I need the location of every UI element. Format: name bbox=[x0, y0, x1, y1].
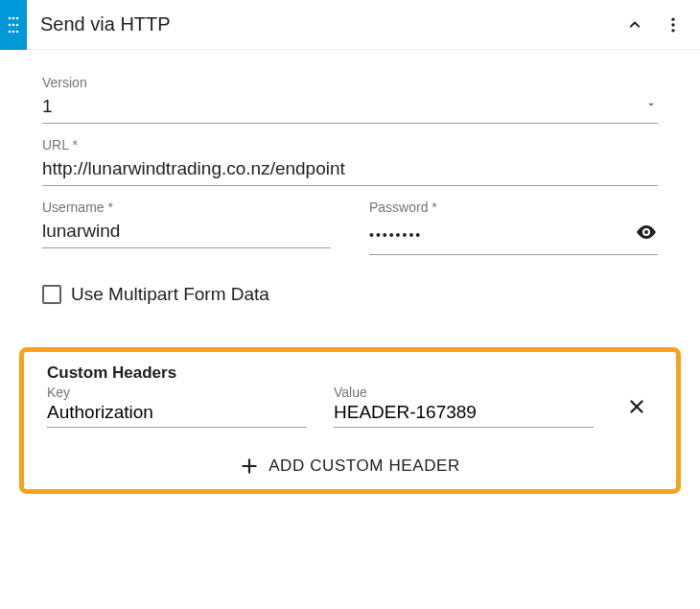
url-label: URL * bbox=[42, 137, 658, 152]
multipart-label: Use Multipart Form Data bbox=[71, 284, 269, 305]
svg-point-0 bbox=[9, 16, 12, 19]
password-label: Password * bbox=[369, 199, 658, 215]
svg-point-6 bbox=[9, 30, 12, 33]
password-field: Password * •••••••• bbox=[369, 199, 658, 255]
remove-header-button[interactable] bbox=[620, 390, 653, 428]
version-select[interactable]: 1 bbox=[42, 94, 658, 124]
url-field: URL * http://lunarwindtrading.co.nz/endp… bbox=[42, 137, 658, 186]
show-password-button[interactable] bbox=[629, 221, 658, 248]
header-value-field: Value bbox=[334, 385, 594, 428]
chevron-up-icon bbox=[625, 15, 644, 35]
version-field: Version 1 bbox=[42, 75, 658, 124]
username-input[interactable]: lunarwind bbox=[42, 221, 331, 242]
eye-icon bbox=[635, 221, 658, 244]
header-row: Key Value bbox=[47, 385, 653, 428]
svg-point-7 bbox=[12, 30, 15, 33]
header-key-input[interactable] bbox=[47, 400, 307, 428]
version-label: Version bbox=[42, 75, 658, 90]
header-key-label: Key bbox=[47, 385, 307, 400]
svg-point-9 bbox=[671, 17, 674, 20]
svg-point-1 bbox=[12, 16, 15, 19]
svg-point-11 bbox=[671, 29, 674, 32]
header-value-label: Value bbox=[334, 385, 594, 400]
dropdown-icon bbox=[644, 97, 658, 116]
header-value-input[interactable] bbox=[334, 400, 594, 428]
multipart-row: Use Multipart Form Data bbox=[42, 284, 658, 305]
add-header-button[interactable]: ADD CUSTOM HEADER bbox=[47, 457, 653, 476]
header-key-field: Key bbox=[47, 385, 307, 428]
custom-headers-title: Custom Headers bbox=[47, 363, 653, 383]
drag-handle[interactable] bbox=[0, 0, 27, 50]
custom-headers-section: Custom Headers Key Value ADD CUSTOM HEAD… bbox=[19, 347, 681, 494]
svg-point-10 bbox=[671, 23, 674, 26]
http-send-panel: Send via HTTP Version 1 URL * ht bbox=[0, 0, 700, 494]
close-icon bbox=[626, 396, 647, 417]
svg-point-2 bbox=[16, 16, 19, 19]
svg-point-5 bbox=[16, 23, 19, 26]
username-label: Username * bbox=[42, 199, 331, 215]
grip-icon bbox=[8, 16, 19, 34]
svg-point-12 bbox=[644, 230, 648, 234]
multipart-checkbox[interactable] bbox=[42, 285, 61, 304]
add-header-label: ADD CUSTOM HEADER bbox=[268, 457, 460, 476]
panel-header: Send via HTTP bbox=[0, 0, 700, 50]
panel-body: Version 1 URL * http://lunarwindtrading.… bbox=[0, 50, 700, 324]
svg-point-8 bbox=[16, 30, 19, 33]
version-value: 1 bbox=[42, 96, 644, 117]
url-input[interactable]: http://lunarwindtrading.co.nz/endpoint bbox=[42, 158, 658, 179]
collapse-button[interactable] bbox=[618, 8, 652, 42]
more-vertical-icon bbox=[664, 15, 683, 35]
svg-point-4 bbox=[12, 23, 15, 26]
panel-title: Send via HTTP bbox=[40, 13, 618, 35]
username-field: Username * lunarwind bbox=[42, 199, 331, 255]
plus-icon bbox=[240, 457, 259, 476]
svg-point-3 bbox=[9, 23, 12, 26]
more-menu-button[interactable] bbox=[656, 8, 690, 42]
password-input[interactable]: •••••••• bbox=[369, 223, 629, 246]
